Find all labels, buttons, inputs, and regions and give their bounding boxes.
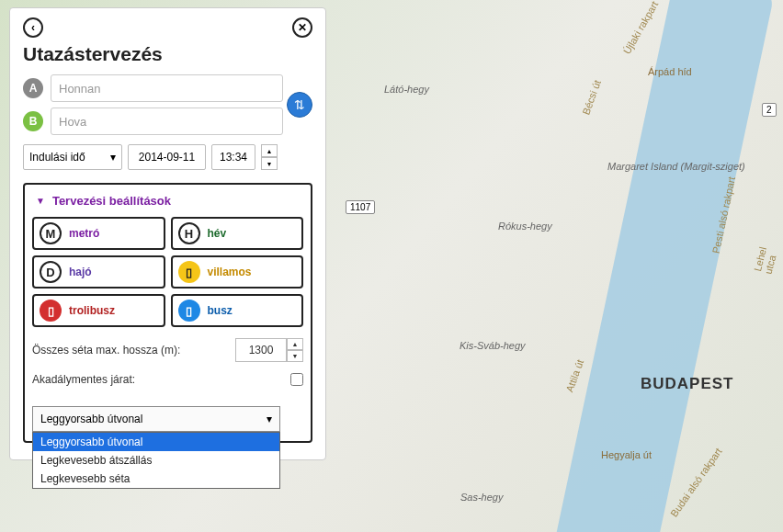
walk-distance-label: Összes séta max. hossza (m):	[32, 344, 180, 357]
settings-header-label: Tervezési beállítások	[52, 194, 171, 208]
place-ujlaki: Újlaki rakpart	[621, 0, 660, 56]
close-button[interactable]: ✕	[292, 17, 312, 38]
date-input[interactable]: 2014-09-11	[128, 144, 206, 170]
mode-hajo[interactable]: D hajó	[32, 255, 165, 289]
river-danube	[542, 0, 775, 532]
place-hegyalja: Hegyalja út	[601, 449, 652, 460]
chevron-down-icon: ▾	[267, 413, 272, 425]
road-shield-2: 2	[762, 103, 777, 117]
mode-label-busz: busz	[208, 304, 233, 317]
accessible-label: Akadálymentes járat:	[32, 373, 135, 386]
mode-label-villamos: villamos	[208, 266, 252, 278]
optimize-selected-label: Leggyorsabb útvonal	[40, 413, 142, 425]
mode-busz[interactable]: ▯ busz	[171, 294, 304, 327]
place-lato-hegy: Látó-hegy	[384, 84, 429, 95]
optimize-dropdown: Leggyorsabb útvonal Legkevesebb átszállá…	[32, 432, 280, 489]
time-type-select[interactable]: Indulási idő ▾	[23, 144, 122, 170]
mode-trolibusz[interactable]: ▯ trolibusz	[32, 294, 165, 327]
hev-icon: H	[178, 222, 200, 244]
metro-icon: M	[40, 222, 62, 244]
time-up-button[interactable]: ▲	[261, 144, 278, 157]
hajo-icon: D	[40, 261, 62, 283]
place-kis-svab: Kis-Sváb-hegy	[460, 340, 526, 351]
mode-label-trolibusz: trolibusz	[69, 304, 115, 317]
settings-toggle[interactable]: ▼ Tervezési beállítások	[32, 194, 303, 208]
place-attila: Attila út	[563, 358, 585, 394]
mode-label-metro: metró	[69, 227, 99, 240]
to-input[interactable]	[51, 108, 283, 135]
mode-label-hev: hév	[208, 227, 227, 240]
mode-hev[interactable]: H hév	[171, 217, 304, 250]
place-arpad-hid: Árpád híd	[648, 66, 692, 77]
mode-label-hajo: hajó	[69, 266, 92, 278]
mode-metro[interactable]: M metró	[32, 217, 165, 250]
busz-icon: ▯	[178, 300, 200, 322]
optimize-option-fastest[interactable]: Leggyorsabb útvonal	[33, 433, 279, 451]
villamos-icon: ▯	[178, 261, 200, 283]
from-input[interactable]	[51, 74, 283, 102]
place-margit: Margaret Island (Margit-sziget)	[607, 161, 745, 172]
triangle-down-icon: ▼	[36, 196, 45, 206]
place-sas-hegy: Sas-hegy	[460, 492, 503, 503]
time-input[interactable]: 13:34	[211, 144, 255, 170]
place-lehel: Lehel utca	[752, 238, 781, 276]
optimize-option-least-walk[interactable]: Legkevesebb séta	[33, 470, 279, 488]
chevron-down-icon: ▾	[110, 151, 116, 164]
swap-button[interactable]: ⇅	[287, 92, 312, 118]
place-becsi: Bécsi út	[580, 79, 603, 117]
panel-title: Utazástervezés	[23, 43, 312, 65]
walk-distance-input[interactable]: 1300	[235, 338, 287, 362]
walk-down-button[interactable]: ▼	[287, 350, 303, 362]
planning-settings-box: ▼ Tervezési beállítások M metró H hév D …	[23, 183, 312, 443]
road-shield-1107: 1107	[346, 200, 375, 214]
walk-up-button[interactable]: ▲	[287, 338, 303, 350]
time-down-button[interactable]: ▼	[261, 157, 278, 170]
place-rokus-hegy: Rókus-hegy	[498, 221, 552, 232]
optimize-option-fewest-transfers[interactable]: Legkevesebb átszállás	[33, 451, 279, 470]
mode-villamos[interactable]: ▯ villamos	[171, 255, 304, 289]
point-a-badge: A	[23, 78, 43, 98]
trip-planner-panel: ‹ ✕ Utazástervezés A B ⇅ Indulási idő ▾ …	[9, 7, 326, 460]
time-type-label: Indulási idő	[29, 151, 85, 164]
city-label-budapest: BUDAPEST	[641, 375, 734, 393]
back-button[interactable]: ‹	[23, 17, 43, 38]
trolibusz-icon: ▯	[40, 300, 62, 322]
point-b-badge: B	[23, 111, 43, 131]
optimize-select[interactable]: Leggyorsabb útvonal ▾	[32, 406, 280, 432]
accessible-checkbox[interactable]	[290, 373, 303, 386]
place-budai: Budai alsó rakpart	[668, 446, 724, 519]
